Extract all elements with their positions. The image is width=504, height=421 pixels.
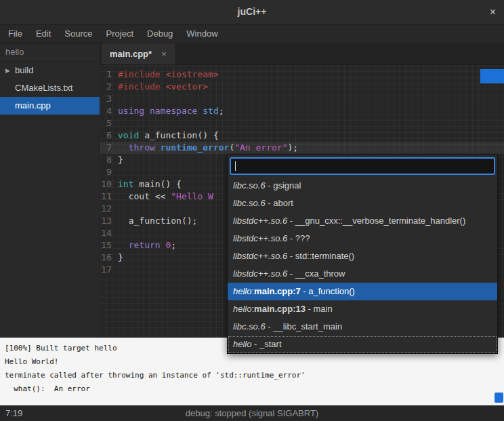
terminal-line: terminate called after throwing an insta… [5, 369, 499, 382]
tree-item-main-cpp[interactable]: main.cpp [0, 97, 100, 115]
menu-item-file[interactable]: File [1, 24, 29, 43]
chevron-right-icon[interactable]: ▶ [0, 62, 15, 79]
frame-item[interactable]: libc.so.6 - abort [228, 195, 497, 212]
code-line: 1#include <iostream> [100, 68, 504, 81]
editor-scroll-indicator[interactable] [480, 69, 504, 83]
code-text: return 0; [118, 239, 176, 252]
line-number: 12 [100, 203, 112, 215]
menu-item-edit[interactable]: Edit [29, 24, 58, 43]
frame-item[interactable]: hello:main.cpp:7 - a_function() [228, 283, 497, 300]
close-icon[interactable]: × [490, 0, 496, 24]
debug-status: debug: stopped (signal SIGABRT) [186, 406, 318, 421]
line-number: 2 [100, 81, 112, 93]
menu-item-source[interactable]: Source [58, 24, 99, 43]
menubar: FileEditSourceProjectDebugWindow [0, 24, 504, 43]
frame-item[interactable]: libstdc++.so.6 - ??? [228, 230, 497, 247]
tree-item-cmakelists-txt[interactable]: CMakeLists.txt [0, 79, 100, 97]
frame-item[interactable]: libstdc++.so.6 - std::terminate() [228, 247, 497, 265]
code-text: using namespace std; [118, 105, 224, 117]
code-text: #include <vector> [118, 81, 208, 93]
file-tree-sidebar: hello ▶buildCMakeLists.txtmain.cpp [0, 43, 100, 338]
frame-list: libc.so.6 - gsignallibc.so.6 - abortlibs… [228, 177, 497, 353]
line-number: 9 [100, 166, 112, 178]
code-line: 4using namespace std; [100, 105, 504, 117]
tab-label: main.cpp* [110, 49, 152, 59]
frame-filter-input[interactable] [231, 159, 494, 174]
juci-window: juCi++ × FileEditSourceProjectDebugWindo… [0, 0, 504, 421]
tree-item-label: main.cpp [15, 100, 51, 111]
line-number: 6 [100, 129, 112, 142]
code-line: 7 throw runtime_error("An error"); [100, 142, 504, 154]
code-text: } [118, 252, 123, 264]
frame-item[interactable]: hello - _start [228, 336, 497, 353]
code-text: throw runtime_error("An error"); [118, 142, 298, 154]
terminal-scrollbar-thumb[interactable] [495, 393, 503, 403]
line-number: 11 [100, 191, 112, 203]
line-number: 3 [100, 93, 112, 105]
statusbar: 7:19 debug: stopped (signal SIGABRT) [0, 405, 504, 421]
frame-item[interactable]: libc.so.6 - gsignal [228, 177, 497, 195]
line-number: 10 [100, 178, 112, 191]
code-text: int main() { [118, 178, 182, 191]
line-number: 14 [100, 227, 112, 239]
line-number: 17 [100, 264, 112, 276]
line-number: 4 [100, 105, 112, 117]
file-tree: ▶buildCMakeLists.txtmain.cpp [0, 62, 100, 115]
code-text: a_function(); [118, 215, 197, 227]
tabbar: main.cpp* × [100, 43, 504, 65]
project-name: hello [0, 43, 100, 62]
code-text: #include <iostream> [118, 68, 219, 81]
code-line: 5 [100, 117, 504, 129]
frame-item[interactable]: libc.so.6 - __libc_start_main [228, 318, 497, 336]
line-number: 5 [100, 117, 112, 129]
text-caret [235, 161, 236, 171]
frame-item[interactable]: libstdc++.so.6 - __gnu_cxx::__verbose_te… [228, 212, 497, 230]
tab-close-icon[interactable]: × [161, 49, 167, 59]
frame-item[interactable]: hello:main.cpp:13 - main [228, 300, 497, 318]
frame-filter-field [230, 157, 495, 175]
tree-item-build[interactable]: ▶build [0, 62, 100, 79]
tree-item-label: CMakeLists.txt [15, 83, 72, 93]
window-title: juCi++ [0, 0, 504, 24]
code-line: 2#include <vector> [100, 81, 504, 93]
code-text: } [118, 154, 123, 166]
tree-item-label: build [15, 65, 33, 75]
menu-item-project[interactable]: Project [100, 24, 140, 43]
code-line: 6void a_function() { [100, 129, 504, 142]
code-text: cout << "Hello W [118, 191, 213, 203]
line-number: 1 [100, 68, 112, 81]
cursor-position: 7:19 [5, 406, 22, 421]
menu-item-window[interactable]: Window [180, 24, 224, 43]
code-line: 3 [100, 93, 504, 105]
line-number: 16 [100, 252, 112, 264]
titlebar: juCi++ × [0, 0, 504, 24]
code-text: void a_function() { [118, 129, 219, 142]
tab-main-cpp[interactable]: main.cpp* × [102, 43, 175, 64]
stack-frame-popup: libc.so.6 - gsignallibc.so.6 - abortlibs… [227, 155, 498, 354]
terminal-line: Hello World! [5, 355, 499, 369]
line-number: 15 [100, 239, 112, 252]
line-number: 13 [100, 215, 112, 227]
frame-item[interactable]: libstdc++.so.6 - __cxa_throw [228, 265, 497, 283]
line-number: 8 [100, 154, 112, 166]
terminal-line: what(): An error [5, 382, 499, 396]
menu-item-debug[interactable]: Debug [140, 24, 180, 43]
line-number: 7 [100, 142, 112, 154]
